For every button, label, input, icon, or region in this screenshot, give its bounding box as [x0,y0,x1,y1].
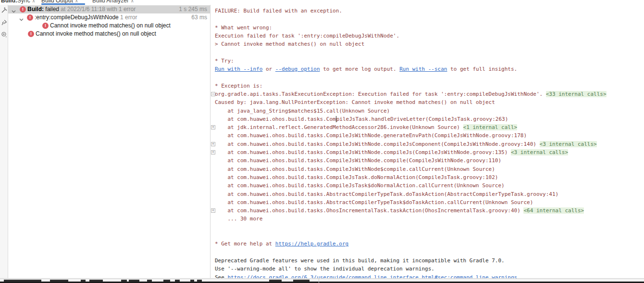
console-line: > Cannot invoke method matches() on null… [211,40,644,48]
console-line: ... 30 more [211,215,644,223]
console-line: FAILURE: Build failed with an exception. [211,7,644,15]
error-icon: ! [28,31,34,37]
console-line: + at jdk.internal.reflect.GeneratedMetho… [211,123,644,131]
build-tree-row-label: Build: failed at 2022/1/6 11:18 with 1 e… [27,5,136,13]
console-text: at com.huawei.ohos.build.tasks.CompileJs… [215,141,540,147]
console-text: Use '--warning-mode all' to show the ind… [215,266,434,272]
console-text: * Exception is: [215,83,262,89]
console-line: Deprecated Gradle features were used in … [211,257,644,265]
console-text: or [262,66,275,72]
statusbar-clipped-text [190,280,194,282]
console-text: at com.huawei.ohos.build.tasks.OhosIncre… [215,207,523,214]
console-text: ... 30 more [215,216,262,222]
fold-toggle-icon[interactable]: + [211,208,215,213]
console-text: > Cannot invoke method matches() on null… [215,41,364,47]
statusbar-clipped-text [50,280,68,282]
console-link[interactable]: Run with --scan [399,66,447,72]
console-line: * Get more help at https://help.gradle.o… [211,240,644,248]
build-tree-row[interactable]: !Cannot invoke method matches() on null … [8,22,210,30]
console-line [211,73,644,81]
console-line: * Exception is: [211,82,644,90]
console-line [211,48,644,56]
statusbar-clipped-text [121,280,127,282]
console-text: pileJsTask.handleDriveLetter(CompileJsTa… [336,116,508,122]
statusbar-clipped-text [89,280,103,282]
statusbar-clipped-text [293,280,310,282]
console-line: at com.huawei.ohos.build.tasks.CompileJs… [211,115,644,123]
console-text: FAILURE: Build failed with an exception. [215,8,342,14]
statusbar-clipped-text [175,280,180,282]
console-line: + at com.huawei.ohos.build.tasks.Compile… [211,148,644,156]
left-tool-strip [0,5,8,278]
console-text: at com.huawei.ohos.build.tasks.CompileJs… [215,157,501,164]
statusbar-clipped-text [163,280,170,282]
build-tree-row-label: Cannot invoke method matches() on null o… [36,30,156,38]
console-line [211,248,644,257]
console-text: * Try: [215,58,234,64]
statusbar-clipped-text [147,280,152,282]
task-duration: 1 s 245 ms [179,5,207,13]
console-text: at com.huawei.ohos.build.tasks.AbstractC… [215,199,533,206]
console-line: at java_lang_String$matches$15.call(Unkn… [211,107,644,115]
console-text: at jdk.internal.reflect.GeneratedMethodA… [215,124,463,130]
console-text: * Get more help at [215,241,275,247]
console-link[interactable]: --debug option [275,66,320,72]
console-link[interactable]: Run with --info [215,66,262,72]
console-text: at java_lang_String$matches$15.call(Unkn… [215,108,390,114]
ide-build-window: Build: Sync∧Build Output∧Build Analyzer∧… [0,0,644,283]
tab-chevron-icon[interactable]: ∧ [32,0,36,3]
console-line [211,223,644,232]
console-text: * What went wrong: [215,25,272,31]
console-text: org.gradle.api.tasks.TaskExecutionExcept… [215,91,546,97]
console-line: + at com.huawei.ohos.build.tasks.OhosInc… [211,206,644,215]
statusbar-clipped-text [269,280,282,282]
console-text: at com.huawei.ohos.build.tasks.CompileJs… [215,132,527,139]
tab-chevron-icon[interactable]: ∧ [131,0,134,3]
folded-calls-tag[interactable]: <33 internal calls> [546,91,607,97]
console-text: at com.huawei.ohos.build.tasks.CompileJs… [215,166,495,172]
statusbar-clipped-text [197,280,202,282]
folded-calls-tag[interactable]: <3 internal calls> [511,149,568,155]
build-tree-row-label: Cannot invoke method matches() on null o… [50,22,171,30]
task-duration: 63 ms [191,13,207,22]
console-text: to get full insights. [447,66,517,72]
console-text: Caused by: java.lang.NullPointerExceptio… [215,99,495,105]
console-text: at com.huawei.ohos.build.tasks.CompileJs… [215,149,511,155]
fold-toggle-icon[interactable]: + [211,150,215,154]
build-output-console[interactable]: FAILURE: Build failed with an exception.… [211,5,644,280]
build-tree-row[interactable]: !Cannot invoke method matches() on null … [8,30,210,38]
error-icon: ! [42,23,49,29]
target-options-icon[interactable] [1,31,7,38]
build-tree-row[interactable]: !Build: failed at 2022/1/6 11:18 with 1 … [8,5,210,13]
tab-build-analyzer[interactable]: Build Analyzer∧ [92,0,134,5]
fold-toggle-icon[interactable]: + [211,125,215,129]
console-line: * Try: [211,57,644,65]
build-tree-row[interactable]: !:entry:compileDebugJsWithNode 1 error63… [8,13,210,22]
console-line: + at com.huawei.ohos.build.tasks.Compile… [211,140,644,148]
build-tree-row-label: :entry:compileDebugJsWithNode 1 error [35,13,137,22]
fold-toggle-icon[interactable]: + [211,142,215,146]
folded-calls-tag[interactable]: <1 internal call> [463,124,518,130]
status-bar [0,278,644,283]
console-line: Caused by: java.lang.NullPointerExceptio… [211,98,644,106]
console-text: at com.huawei.ohos.build.tasks.CompileJs… [215,174,498,180]
console-text: Deprecated Gradle features were used in … [215,257,505,264]
console-text: at com.huawei.ohos.build.tasks.AbstractC… [215,191,558,197]
pin-icon[interactable] [1,19,7,26]
console-link[interactable]: https://help.gradle.org [275,241,348,247]
console-line: at com.huawei.ohos.build.tasks.CompileJs… [211,181,644,190]
console-line [211,15,644,23]
hammer-icon[interactable] [1,7,7,13]
tab-sync[interactable]: Sync∧ [17,0,35,5]
console-line: at com.huawei.ohos.build.tasks.CompileJs… [211,131,644,140]
console-line: * What went wrong: [211,24,644,32]
folded-calls-tag[interactable]: <64 internal calls> [523,207,584,214]
tab-chevron-icon[interactable]: ∧ [75,0,78,3]
folded-calls-tag[interactable]: <3 internal calls> [540,141,597,147]
console-line: at com.huawei.ohos.build.tasks.AbstractC… [211,190,644,198]
statusbar-clipped-text [129,280,139,282]
error-icon: ! [27,14,33,21]
fold-toggle-icon[interactable]: − [211,92,215,96]
console-line [211,232,644,240]
console-line: at com.huawei.ohos.build.tasks.CompileJs… [211,173,644,181]
